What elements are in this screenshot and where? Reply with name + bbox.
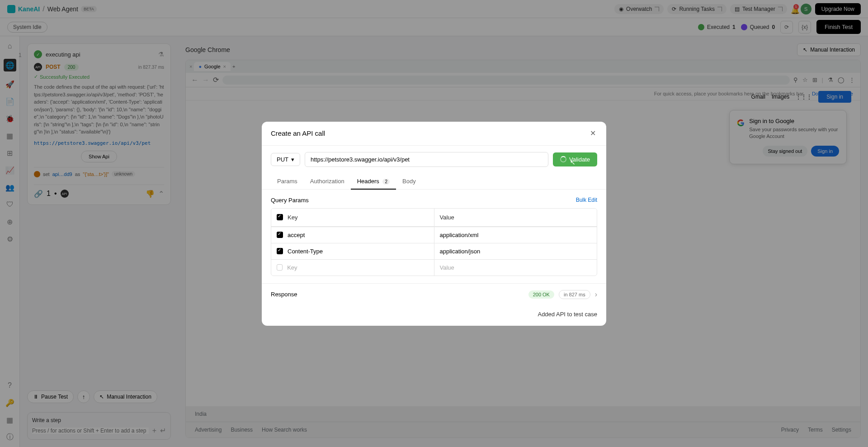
success-message: Added API to test case <box>262 305 606 326</box>
validate-button[interactable]: Validate ↖ <box>553 152 597 166</box>
chevron-down-icon: ▾ <box>291 156 294 163</box>
response-title: Response <box>271 291 524 298</box>
key-header: Key <box>288 214 297 221</box>
checkbox[interactable] <box>277 248 283 254</box>
close-icon[interactable]: ✕ <box>588 129 597 138</box>
query-params-section: Query Params Bulk Edit Key Value accept <box>262 190 606 283</box>
query-params-title: Query Params <box>271 197 309 204</box>
api-url-input[interactable] <box>305 152 548 167</box>
value-input[interactable] <box>440 264 592 271</box>
spinner-icon <box>560 156 566 162</box>
params-table: Key Value accept application/xml Content… <box>271 208 597 276</box>
param-value[interactable]: application/xml <box>434 227 597 243</box>
modal-title: Create an API call <box>271 129 325 137</box>
param-value[interactable]: application/json <box>434 243 597 259</box>
checkbox[interactable] <box>277 232 283 238</box>
modal-header: Create an API call ✕ <box>262 122 606 146</box>
headers-count-badge: 2 <box>382 179 390 185</box>
modal-tabs: Params Authorization Headers 2 Body <box>262 173 606 190</box>
chevron-right-icon[interactable]: › <box>595 290 597 299</box>
modal-url-row: PUT ▾ Validate ↖ <box>262 146 606 173</box>
tab-params[interactable]: Params <box>271 173 304 189</box>
response-section: Response 200 OK in 827 ms › <box>262 283 606 305</box>
response-time: in 827 ms <box>559 290 590 299</box>
checkbox-all[interactable] <box>277 214 283 220</box>
bulk-edit-link[interactable]: Bulk Edit <box>576 197 597 203</box>
api-call-modal: Create an API call ✕ PUT ▾ Validate ↖ Pa… <box>262 122 606 326</box>
response-status: 200 OK <box>528 290 554 299</box>
tab-headers[interactable]: Headers 2 <box>351 173 396 189</box>
tab-authorization[interactable]: Authorization <box>304 173 351 189</box>
method-select[interactable]: PUT ▾ <box>271 153 300 166</box>
value-header: Value <box>434 209 597 227</box>
key-input[interactable] <box>287 264 428 271</box>
tab-body[interactable]: Body <box>396 173 422 189</box>
table-row-empty <box>271 260 597 276</box>
table-header-row: Key Value <box>271 209 597 227</box>
table-row: accept application/xml <box>271 227 597 243</box>
param-key[interactable]: Content-Type <box>288 248 323 255</box>
table-row: Content-Type application/json <box>271 243 597 260</box>
checkbox-empty[interactable] <box>277 264 283 271</box>
cursor-icon: ↖ <box>570 159 576 166</box>
param-key[interactable]: accept <box>288 232 305 238</box>
modal-overlay: Create an API call ✕ PUT ▾ Validate ↖ Pa… <box>0 0 868 447</box>
